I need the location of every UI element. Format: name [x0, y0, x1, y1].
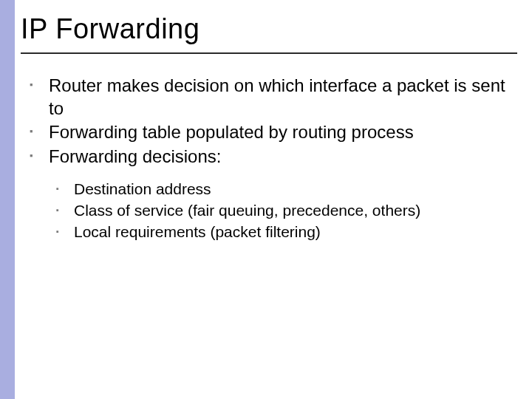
- title-underline: [21, 52, 517, 54]
- list-item: Destination address: [53, 179, 517, 199]
- list-item: Forwarding decisions:: [27, 146, 517, 168]
- slide-content: IP Forwarding Router makes decision on w…: [21, 13, 517, 244]
- bullet-text: Local requirements (packet filtering): [74, 223, 321, 240]
- bullet-text: Destination address: [74, 180, 211, 197]
- list-item: Local requirements (packet filtering): [53, 222, 517, 242]
- list-item: Router makes decision on which interface…: [27, 75, 517, 120]
- list-item: Class of service (fair queuing, preceden…: [53, 200, 517, 220]
- slide-title: IP Forwarding: [21, 13, 517, 45]
- main-bullet-list: Router makes decision on which interface…: [21, 75, 517, 168]
- sub-bullet-list: Destination address Class of service (fa…: [21, 179, 517, 242]
- slide-accent-sidebar: [0, 0, 15, 399]
- bullet-text: Forwarding table populated by routing pr…: [49, 122, 414, 142]
- bullet-text: Router makes decision on which interface…: [49, 75, 505, 118]
- bullet-text: Forwarding decisions:: [49, 146, 221, 166]
- bullet-text: Class of service (fair queuing, preceden…: [74, 202, 420, 219]
- list-item: Forwarding table populated by routing pr…: [27, 121, 517, 144]
